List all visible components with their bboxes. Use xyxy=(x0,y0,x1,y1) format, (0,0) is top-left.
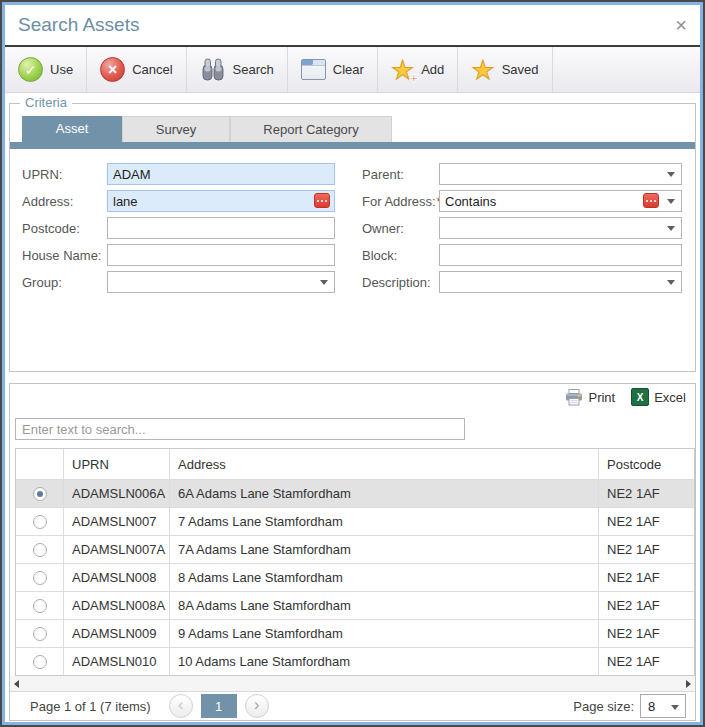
use-check-icon: ✓ xyxy=(18,57,43,82)
table-row-adamsln008[interactable]: ADAMSLN0088 Adams Lane StamfordhamNE2 1A… xyxy=(16,563,694,591)
row-radio-button[interactable] xyxy=(33,627,47,641)
tab-report-category[interactable]: Report Category xyxy=(230,116,392,142)
tab-survey[interactable]: Survey xyxy=(122,116,230,142)
field-label-block: Block: xyxy=(362,248,439,263)
row-select-cell xyxy=(16,592,63,619)
field-description-dropdown[interactable] xyxy=(439,271,682,293)
results-panel: Print X Excel UPRNAddressPostcode ADAMSL… xyxy=(9,383,696,721)
table-row-adamsln008a[interactable]: ADAMSLN008A8A Adams Lane StamfordhamNE2 … xyxy=(16,591,694,619)
pager-current-page[interactable]: 1 xyxy=(201,694,237,718)
row-select-cell xyxy=(16,480,63,507)
postcode-cell: NE2 1AF xyxy=(598,508,694,535)
uprn-cell: ADAMSLN007 xyxy=(63,508,169,535)
address-cell: 8 Adams Lane Stamfordham xyxy=(169,564,598,591)
row-radio-button[interactable] xyxy=(33,571,47,585)
dropdown-arrow-icon[interactable] xyxy=(667,172,675,177)
table-row-adamsln009[interactable]: ADAMSLN0099 Adams Lane StamfordhamNE2 1A… xyxy=(16,619,694,647)
row-radio-button[interactable] xyxy=(33,599,47,613)
column-header-uprn[interactable]: UPRN xyxy=(63,449,169,479)
column-header-select[interactable] xyxy=(16,449,63,479)
row-radio-button[interactable] xyxy=(33,487,47,501)
toolbar-button-search[interactable]: Search xyxy=(187,47,288,92)
excel-button[interactable]: X Excel xyxy=(631,388,686,406)
dropdown-arrow-icon xyxy=(671,705,679,710)
table-row-adamsln006a[interactable]: ADAMSLN006A6A Adams Lane StamfordhamNE2 … xyxy=(16,479,694,507)
criteria-tabs: AssetSurveyReport Category xyxy=(22,116,695,142)
toolbar-button-label: Cancel xyxy=(132,62,172,77)
field-uprn-input[interactable]: ADAM xyxy=(107,163,335,185)
window-title: Search Assets xyxy=(18,14,675,36)
dropdown-arrow-icon[interactable] xyxy=(667,226,675,231)
uprn-cell: ADAMSLN009 xyxy=(63,620,169,647)
row-radio-button[interactable] xyxy=(33,655,47,669)
column-header-address[interactable]: Address xyxy=(169,449,598,479)
field-value: Contains xyxy=(445,194,496,209)
row-select-cell xyxy=(16,648,63,675)
column-header-postcode[interactable]: Postcode xyxy=(598,449,694,479)
pager-next-button[interactable] xyxy=(245,694,269,718)
table-row-adamsln010[interactable]: ADAMSLN01010 Adams Lane StamfordhamNE2 1… xyxy=(16,647,694,675)
field-group-dropdown[interactable] xyxy=(107,271,335,293)
star-add-icon: ★+ xyxy=(391,58,414,82)
field-row-postcode: Postcode: xyxy=(22,217,335,239)
close-icon[interactable]: × xyxy=(675,15,687,35)
row-radio-button[interactable] xyxy=(33,515,47,529)
page-size-value: 8 xyxy=(648,699,655,714)
toolbar-button-use[interactable]: ✓Use xyxy=(5,47,87,92)
table-row-adamsln007a[interactable]: ADAMSLN007A7A Adams Lane StamfordhamNE2 … xyxy=(16,535,694,563)
uprn-cell: ADAMSLN007A xyxy=(63,536,169,563)
ellipsis-button[interactable] xyxy=(314,193,330,208)
binoculars-icon xyxy=(200,57,226,83)
star-icon: ★ xyxy=(471,58,494,82)
field-owner-dropdown[interactable] xyxy=(439,217,682,239)
scroll-right-icon[interactable] xyxy=(686,680,691,688)
field-label-address: Address: xyxy=(22,194,107,209)
export-bar: Print X Excel xyxy=(10,384,695,410)
uprn-cell: ADAMSLN006A xyxy=(63,480,169,507)
postcode-cell: NE2 1AF xyxy=(598,592,694,619)
address-cell: 10 Adams Lane Stamfordham xyxy=(169,648,598,675)
ellipsis-button[interactable] xyxy=(643,193,659,208)
pager-prev-button[interactable] xyxy=(169,694,193,718)
field-block-input[interactable] xyxy=(439,244,682,266)
toolbar-button-label: Search xyxy=(233,62,274,77)
grid-search-input[interactable] xyxy=(15,418,465,440)
toolbar-button-label: Add xyxy=(421,62,444,77)
field-house-name-input[interactable] xyxy=(107,244,335,266)
address-cell: 7A Adams Lane Stamfordham xyxy=(169,536,598,563)
row-radio-button[interactable] xyxy=(33,543,47,557)
field-row-block: Block: xyxy=(362,244,682,266)
table-row-adamsln007[interactable]: ADAMSLN0077 Adams Lane StamfordhamNE2 1A… xyxy=(16,507,694,535)
criteria-legend: Criteria xyxy=(20,95,72,110)
toolbar-button-cancel[interactable]: ×Cancel xyxy=(87,47,186,92)
uprn-cell: ADAMSLN008 xyxy=(63,564,169,591)
dropdown-arrow-icon[interactable] xyxy=(667,280,675,285)
excel-label: Excel xyxy=(654,390,686,405)
toolbar-button-clear[interactable]: Clear xyxy=(288,47,378,92)
print-button[interactable]: Print xyxy=(565,389,615,406)
dropdown-arrow-icon[interactable] xyxy=(320,280,328,285)
field-for-address-dropdown[interactable]: Contains xyxy=(439,190,682,212)
address-cell: 6A Adams Lane Stamfordham xyxy=(169,480,598,507)
field-postcode-input[interactable] xyxy=(107,217,335,239)
horizontal-scrollbar[interactable] xyxy=(10,676,695,691)
page-size-select[interactable]: 8 xyxy=(640,694,686,718)
toolbar-button-add[interactable]: ★+Add xyxy=(378,47,458,92)
field-address-input[interactable]: lane xyxy=(107,190,335,212)
field-row-for-address: For Address:*Contains xyxy=(362,190,682,212)
print-icon xyxy=(565,389,583,406)
dropdown-arrow-icon[interactable] xyxy=(667,199,675,204)
tab-asset[interactable]: Asset xyxy=(22,116,122,142)
tab-underline xyxy=(10,142,695,149)
field-row-owner: Owner: xyxy=(362,217,682,239)
field-row-description: Description: xyxy=(362,271,682,293)
address-cell: 9 Adams Lane Stamfordham xyxy=(169,620,598,647)
field-label-owner: Owner: xyxy=(362,221,439,236)
field-parent-dropdown[interactable] xyxy=(439,163,682,185)
scroll-left-icon[interactable] xyxy=(14,680,19,688)
clear-window-icon xyxy=(301,59,326,80)
field-label-house-name: House Name: xyxy=(22,248,107,263)
field-label-description: Description: xyxy=(362,275,439,290)
criteria-form: UPRN:ADAMAddress:lanePostcode:House Name… xyxy=(10,163,695,298)
toolbar-button-saved[interactable]: ★Saved xyxy=(458,47,552,92)
